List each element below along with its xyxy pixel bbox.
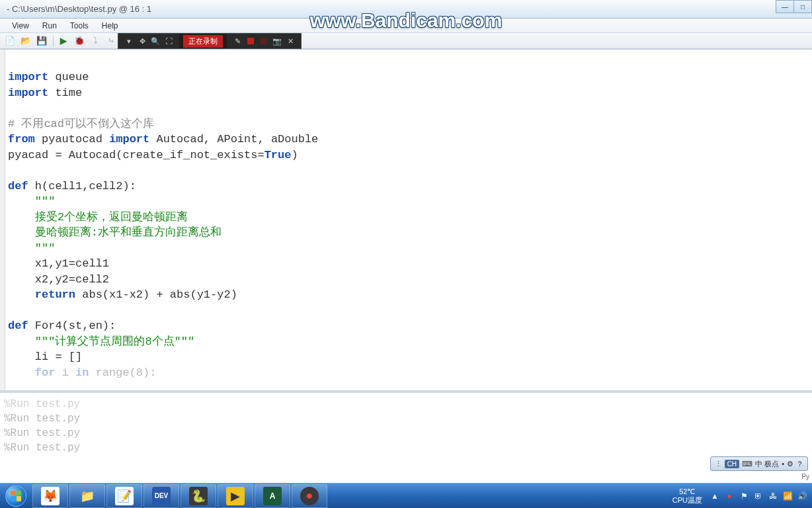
firefox-icon: 🦊 [43,489,58,503]
tray-volume-icon[interactable]: 🔊 [796,490,808,502]
code-text: pyacad = Autocad(create_if_not_exists= [8,149,264,161]
bandicam-toolbar[interactable]: ▾ ✥ 🔍 ⛶ 正在录制 ✎ 📷 ✕ [118,33,302,49]
bandicam-stop-icon[interactable] [259,36,269,46]
console-output[interactable]: %Run test.py %Run test.py %Run test.py %… [0,390,812,483]
step-over-button[interactable]: ⤵ [88,34,102,48]
toolbar-separator [53,36,54,46]
taskbar-potplayer[interactable]: ▶ [218,484,253,508]
ime-grip-icon[interactable]: ⋮ [715,460,722,468]
code-kw: def [8,180,28,192]
menu-help[interactable]: Help [95,20,125,32]
editor-area: import queue import time # 不用cad可以不倒入这个库… [0,49,812,390]
windows-logo-icon [5,486,26,507]
bandicam-pencil-icon[interactable]: ✎ [232,36,243,46]
code-text: x1,y1=cell1 [8,257,109,270]
taskbar-thonny[interactable]: 🐍 [181,484,216,508]
ime-punct-icon[interactable]: • [782,460,784,468]
ime-keyboard-icon[interactable]: ⌨ [742,460,752,468]
bandicam-nav: ▾ ✥ 🔍 ⛶ [118,34,179,48]
run-button[interactable]: ▶ [56,34,71,48]
code-kw: def [8,319,28,332]
tray-network-icon[interactable]: 🖧 [767,490,779,502]
folder-icon: 📁 [80,489,95,503]
debug-button[interactable]: 🐞 [72,34,87,48]
taskbar-autocad[interactable]: A [255,484,290,508]
bandicam-rec-icon[interactable] [245,36,256,46]
bandicam-camera-icon[interactable]: 📷 [272,36,282,46]
ime-mode-label[interactable]: 中 极点 [755,459,779,469]
code-text: pyautocad [35,133,109,146]
ime-lang-badge[interactable]: CH [725,460,739,468]
ime-toolbar[interactable]: ⋮ CH ⌨ 中 极点 • ⚙ ？ [710,456,808,471]
code-docstring: """ [8,195,55,208]
code-text: queue [48,71,89,83]
python-ide-icon: 🐍 [191,489,206,503]
bandicam-close-icon[interactable]: ✕ [285,36,296,46]
bandicam-fullscreen-icon[interactable]: ⛶ [163,36,174,46]
ime-settings-icon[interactable]: ⚙ [787,460,793,468]
taskbar-bandicam[interactable]: ● [292,484,327,508]
code-text: ) [291,149,298,161]
code-kw: import [8,87,48,99]
console-line: %Run test.py [4,397,808,411]
code-kw: from [8,133,35,146]
new-file-button[interactable]: 📄 [3,34,17,48]
code-text: h(cell1,cell2): [28,180,136,192]
code-kw: import [109,133,149,146]
code-text: time [48,87,82,99]
save-button[interactable]: 💾 [34,34,49,48]
status-python-label: Py [801,473,809,480]
console-line: %Run test.py [4,411,808,426]
code-text: x2,y2=cell2 [8,273,109,286]
code-kw: in [75,366,89,379]
menu-bar: View Run Tools Help [0,19,812,33]
tray-record-icon[interactable]: ● [723,490,735,502]
taskbar-explorer[interactable]: 📁 [69,484,105,508]
code-text: range(8): [89,366,156,379]
start-button[interactable] [0,484,32,509]
code-bool: True [264,149,292,161]
code-kw: import [8,71,48,83]
maximize-button[interactable] [793,0,812,13]
menu-run[interactable]: Run [36,20,63,32]
tray-wifi-icon[interactable]: 📶 [782,490,793,502]
tray-temperature[interactable]: 52℃ CPU温度 [667,487,708,505]
code-text: i [55,366,75,379]
notepad-icon: 📝 [117,489,132,503]
bandicam-status: 正在录制 [179,34,227,48]
bandicam-pin-icon[interactable]: ▾ [124,36,134,46]
temp-value: 52℃ [672,487,702,496]
window-title: - C:\Users\m\Desktop\test.py @ 16 : 1 [7,4,151,14]
console-line: %Run test.py [4,441,808,455]
code-docstring: 接受2个坐标，返回曼哈顿距离 [8,211,188,224]
code-docstring: """计算父节点周围的8个点""" [8,335,194,348]
code-editor[interactable]: import queue import time # 不用cad可以不倒入这个库… [5,50,812,390]
taskbar: 🦊 📁 📝 DEV 🐍 ▶ A ● 52℃ CPU温度 ▲ ● ⚑ ⛨ 🖧 📶 … [0,483,812,508]
menu-tools[interactable]: Tools [63,20,95,32]
minimize-button[interactable] [776,0,794,13]
taskbar-notepad[interactable]: 📝 [106,484,142,508]
code-docstring: 曼哈顿距离:水平和垂直方向距离总和 [8,226,222,239]
player-icon: ▶ [231,489,240,503]
taskbar-firefox[interactable]: 🦊 [32,484,68,508]
code-docstring: """ [8,242,55,255]
window-titlebar: - C:\Users\m\Desktop\test.py @ 16 : 1 [0,0,812,19]
bandicam-search-icon[interactable]: 🔍 [150,36,161,46]
bandicam-move-icon[interactable]: ✥ [137,36,147,46]
menu-view[interactable]: View [5,20,36,32]
taskbar-devcpp[interactable]: DEV [143,484,179,508]
bandicam-controls: ✎ 📷 ✕ [227,34,301,48]
tray-up-icon[interactable]: ▲ [709,490,721,502]
step-into-button[interactable]: ⤷ [104,34,118,48]
ime-help-icon[interactable]: ？ [796,459,803,469]
editor-gutter [0,50,5,390]
code-comment: # 不用cad可以不倒入这个库 [8,118,154,130]
console-line: %Run test.py [4,426,808,441]
code-text: For4(st,en): [28,319,116,332]
tray-shield-icon[interactable]: ⛨ [752,490,764,502]
system-tray: 52℃ CPU温度 ▲ ● ⚑ ⛨ 🖧 📶 🔊 [667,484,812,508]
tray-flag-icon[interactable]: ⚑ [738,490,750,502]
window-controls [776,0,812,13]
open-file-button[interactable]: 📂 [19,34,33,48]
code-text: abs(x1-x2) + abs(y1-y2) [75,288,237,301]
